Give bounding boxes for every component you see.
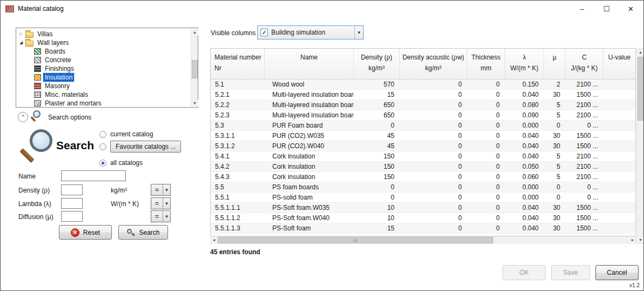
- lambda-operator-dropdown[interactable]: = ▼: [151, 197, 171, 209]
- table-cell: 0: [467, 141, 505, 151]
- titlebar: Material catalog – ☐ ✕: [1, 1, 643, 17]
- chevron-down-icon[interactable]: ▼: [354, 26, 363, 39]
- lambda-input[interactable]: [61, 198, 83, 209]
- radio-unchecked-icon[interactable]: [99, 143, 106, 150]
- tree-collapsed-arrow-icon[interactable]: ▷: [17, 30, 25, 38]
- scope-option-current-catalog[interactable]: current catalog: [99, 130, 153, 138]
- tree-scrollbar[interactable]: ▲ ▼: [191, 29, 198, 107]
- table-cell: 0: [354, 121, 400, 130]
- column-header-density-acoustic-w[interactable]: Density acoustic (ρw)kg/m³: [400, 49, 467, 79]
- density-operator-dropdown[interactable]: = ▼: [151, 184, 171, 196]
- table-cell: 0: [400, 80, 467, 89]
- tree-item-concrete[interactable]: Concrete: [17, 56, 190, 64]
- scroll-down-icon[interactable]: ▼: [637, 236, 644, 243]
- scroll-down-icon[interactable]: ▼: [191, 100, 198, 107]
- table-row[interactable]: 5.5.1PS-solid foam0000.00000 ...: [211, 193, 635, 203]
- column-unit: W/(m * K): [511, 64, 539, 72]
- column-header-name[interactable]: Name: [265, 49, 354, 79]
- column-header-[interactable]: λW/(m * K): [505, 49, 544, 79]
- chevron-down-icon[interactable]: ▼: [163, 198, 170, 209]
- radio-checked-icon[interactable]: [99, 160, 106, 167]
- table-cell: 30: [544, 213, 566, 223]
- tree-expanded-arrow-icon[interactable]: ◢: [17, 38, 25, 47]
- column-header-thickness[interactable]: Thicknessmm: [467, 49, 505, 79]
- tree-item-villas[interactable]: ▷Villas: [17, 30, 190, 38]
- table-vertical-scrollbar[interactable]: ▲ ▼: [636, 48, 643, 244]
- table-cell: [603, 203, 635, 213]
- tree-item-masonry[interactable]: Masonry: [17, 82, 190, 90]
- tree-item-finishings[interactable]: Finishings: [17, 64, 190, 73]
- scroll-up-icon[interactable]: ▲: [637, 49, 644, 56]
- ok-button[interactable]: OK: [502, 265, 546, 280]
- table-row[interactable]: 5.5PS foam boards0000.00000 ...: [211, 182, 635, 193]
- scroll-right-icon[interactable]: ►: [629, 236, 636, 244]
- checkbox-checked-icon[interactable]: ✓: [260, 29, 268, 36]
- table-row[interactable]: 5.4.1Cork insulation150000.04052100 ...: [211, 151, 635, 162]
- tree-item-label: Plaster and mortars: [43, 99, 103, 107]
- table-row[interactable]: 5.4.2Cork insulation150000.05052100 ...: [211, 162, 635, 172]
- column-header-density[interactable]: Density (ρ)kg/m³: [354, 49, 400, 79]
- scope-option-label: current catalog: [110, 130, 153, 138]
- tree-item-label: Concrete: [43, 56, 73, 64]
- table-row[interactable]: 5.5.1.1.2PS-Soft foam.W04010000.04030150…: [211, 213, 635, 223]
- table-row[interactable]: 5.3PUR Foam board0000.00000 ...: [211, 121, 635, 131]
- catalog-tree: ▷Villas◢Wall layersBoardsConcreteFinishi…: [16, 28, 198, 108]
- reset-button[interactable]: ✕ Reset: [59, 225, 112, 240]
- table-cell: 10: [354, 213, 400, 223]
- table-cell: 30: [544, 131, 566, 141]
- visible-columns-dropdown[interactable]: ✓ Building simulation ▼: [257, 25, 364, 39]
- save-button[interactable]: Save: [551, 265, 590, 280]
- table-row[interactable]: 5.2.3Multi-layered insulation board65000…: [211, 110, 635, 121]
- table-horizontal-scrollbar[interactable]: ◄ ►: [210, 236, 636, 244]
- name-input[interactable]: [61, 170, 126, 181]
- tree-item-wall-layers[interactable]: ◢Wall layers: [17, 38, 190, 47]
- column-header-material-number[interactable]: Material numberNr: [211, 49, 265, 79]
- table-row[interactable]: 5.2.1Multi-layered insulation board15000…: [211, 90, 635, 100]
- scope-option-all-catalogs[interactable]: all catalogs: [99, 158, 143, 167]
- scroll-up-icon[interactable]: ▲: [191, 29, 198, 36]
- chevron-down-icon[interactable]: ▼: [163, 211, 170, 222]
- table-cell: 650: [354, 110, 400, 120]
- table-cell: [603, 121, 635, 130]
- tree-scrollbar-thumb[interactable]: [192, 60, 198, 78]
- table-row[interactable]: 5.3.1.2PUR (CO2).W04045000.040301500 ...: [211, 141, 635, 151]
- table-row[interactable]: 5.2.2Multi-layered insulation board65000…: [211, 100, 635, 110]
- collapse-search-options-button[interactable]: ^: [18, 112, 28, 122]
- column-header-u-value[interactable]: U-value: [603, 49, 635, 79]
- table-cell: 30: [544, 90, 566, 100]
- column-header-[interactable]: µ: [544, 49, 566, 79]
- cancel-button[interactable]: Cancel: [595, 265, 639, 280]
- radio-unchecked-icon[interactable]: [99, 131, 106, 138]
- table-cell: 0: [400, 100, 467, 110]
- table-row[interactable]: 5.5.1.1.1PS-Soft foam.W03510000.04030150…: [211, 203, 635, 213]
- vscrollbar-thumb[interactable]: [638, 57, 643, 121]
- table-row[interactable]: 5.1Wood wool570000.15022100 ...: [211, 80, 635, 90]
- table-cell: 1500 ...: [566, 90, 603, 100]
- table-cell: 0: [354, 193, 400, 202]
- hscrollbar-thumb[interactable]: [218, 237, 493, 243]
- tree-item-plaster-and-mortars[interactable]: Plaster and mortars: [17, 99, 190, 107]
- chevron-down-icon[interactable]: ▼: [163, 184, 170, 195]
- search-button[interactable]: Search: [118, 225, 168, 240]
- density-input[interactable]: [61, 184, 83, 195]
- diffusion-input[interactable]: [61, 211, 83, 222]
- table-cell: 0.040: [505, 213, 544, 223]
- close-button[interactable]: ✕: [619, 1, 643, 17]
- tree-item-label: Wall layers: [36, 38, 70, 47]
- diffusion-operator-dropdown[interactable]: = ▼: [151, 210, 171, 222]
- tree-item-misc-materials[interactable]: Misc. materials: [17, 90, 190, 99]
- column-header-c[interactable]: CJ/(kg * K): [566, 49, 603, 79]
- tree-item-label: Insulation: [43, 73, 74, 82]
- favourite-catalogs-button[interactable]: Favourite catalogs ...: [110, 141, 181, 153]
- minimize-button[interactable]: –: [570, 1, 594, 17]
- tree-item-boards[interactable]: Boards: [17, 47, 190, 56]
- table-cell: 0: [467, 193, 505, 202]
- tree-item-insulation[interactable]: Insulation: [17, 73, 190, 82]
- table-cell: Cork insulation: [265, 151, 354, 161]
- table-row[interactable]: 5.4.3Cork insulation150000.06052100 ...: [211, 172, 635, 182]
- maximize-button[interactable]: ☐: [594, 1, 619, 17]
- table-row[interactable]: 5.3.1.1PUR (CO2).W03545000.040301500 ...: [211, 131, 635, 141]
- scope-option-favourite-catalogs[interactable]: Favourite catalogs ...: [99, 142, 181, 151]
- table-row[interactable]: 5.5.1.1.3PS-Soft foam15000.040301500 ...: [211, 223, 635, 234]
- scroll-left-icon[interactable]: ◄: [210, 236, 218, 244]
